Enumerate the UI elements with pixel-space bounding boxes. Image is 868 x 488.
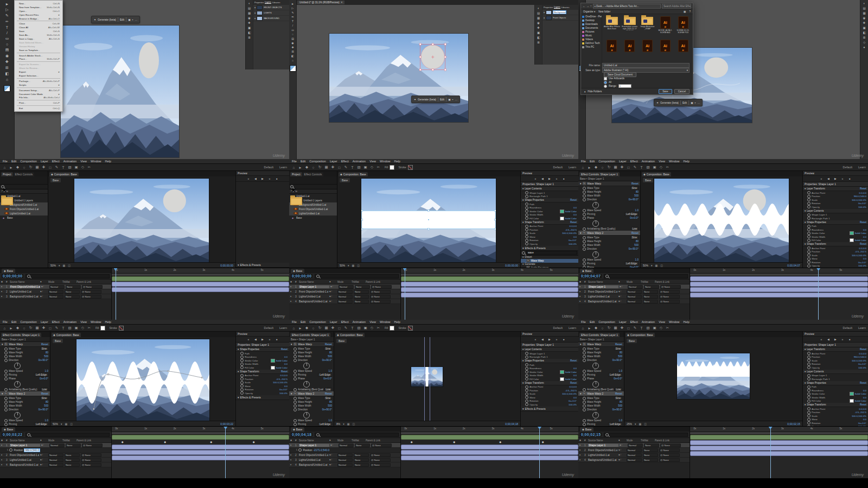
reset-link[interactable]: Reset bbox=[631, 231, 639, 235]
menu-layer[interactable]: Layer bbox=[619, 320, 627, 324]
dock-icon-5[interactable]: ▣ bbox=[863, 26, 865, 29]
parent-link-select[interactable]: @ None bbox=[81, 295, 101, 299]
transport-button-3[interactable]: » bbox=[554, 338, 559, 341]
property-dropdown[interactable]: Low bbox=[41, 388, 48, 391]
layer-duration-bar[interactable] bbox=[690, 282, 868, 287]
menu-composition[interactable]: Composition bbox=[20, 160, 37, 163]
tool-icon-12[interactable]: ◇ bbox=[659, 165, 663, 169]
layer-switches[interactable]: ◆ / bbox=[620, 286, 627, 288]
stopwatch-icon[interactable] bbox=[525, 396, 528, 399]
channel-icon[interactable]: ◫ bbox=[644, 422, 647, 426]
tool-icon-5[interactable]: ▦ bbox=[613, 165, 618, 169]
keyframe-icon[interactable]: ◆ bbox=[542, 440, 544, 444]
property-value[interactable]: 80 bbox=[329, 351, 332, 354]
stopwatch-icon[interactable] bbox=[4, 404, 8, 408]
parent-link-select[interactable]: @ None bbox=[82, 443, 103, 447]
prop-value[interactable]: 100.0% bbox=[858, 264, 866, 267]
property-value[interactable]: 80 bbox=[636, 240, 639, 243]
sidebar-item[interactable]: Downloads bbox=[581, 22, 602, 26]
section-header[interactable]: ▾Layer Contents bbox=[803, 370, 868, 374]
tool-icon-3[interactable]: ○ bbox=[22, 326, 27, 330]
menu-edit[interactable]: Edit bbox=[301, 160, 305, 163]
angle-dial[interactable] bbox=[303, 412, 310, 419]
stopwatch-icon[interactable] bbox=[525, 403, 528, 406]
menu-effect[interactable]: Effect bbox=[630, 320, 638, 324]
tab-properties[interactable]: Properties bbox=[254, 2, 264, 4]
stopwatch-icon[interactable] bbox=[525, 363, 528, 366]
tool-icon-6[interactable]: ✚ bbox=[330, 165, 335, 169]
visibility-toggle[interactable]: ● bbox=[1, 286, 5, 288]
tool-icon-10[interactable]: ▧ bbox=[356, 326, 361, 330]
property-value[interactable]: 1.0 bbox=[45, 419, 48, 422]
reset-link[interactable]: Reset bbox=[281, 348, 288, 351]
stopwatch-icon[interactable] bbox=[583, 351, 586, 354]
prop-value[interactable]: -0.5,-202.5 bbox=[276, 378, 288, 381]
ai-tool-icon-12[interactable]: ◧ bbox=[291, 54, 294, 58]
menu-animation[interactable]: Animation bbox=[642, 160, 655, 163]
tool-icon-3[interactable]: ○ bbox=[600, 326, 605, 330]
stopwatch-icon[interactable] bbox=[583, 258, 586, 262]
menu-file[interactable]: File bbox=[581, 160, 586, 163]
transport-button-3[interactable]: » bbox=[840, 338, 845, 341]
stopwatch-icon[interactable] bbox=[525, 239, 528, 242]
tool-icon-0[interactable]: ⌂ bbox=[2, 326, 7, 330]
ai-tool-icon-0[interactable]: ► bbox=[5, 2, 9, 6]
trkmat-select[interactable]: None bbox=[65, 453, 80, 457]
layer-switches[interactable]: ◆ / bbox=[618, 300, 626, 302]
parent-link-select[interactable]: @ None bbox=[371, 285, 392, 289]
stopwatch-icon[interactable] bbox=[240, 363, 244, 366]
prop-value[interactable]: Solid Color bbox=[855, 392, 866, 395]
stopwatch-icon[interactable] bbox=[525, 225, 528, 228]
trkmat-select[interactable]: None bbox=[354, 458, 369, 462]
prop-value[interactable]: 0x+0.0° bbox=[858, 363, 866, 365]
menu-help[interactable]: Help bbox=[394, 160, 400, 163]
menu-file[interactable]: File bbox=[292, 160, 297, 163]
current-time-display[interactable]: 0;00;00;00 bbox=[2, 274, 23, 278]
grid-options-icon[interactable]: ▦ bbox=[655, 264, 658, 267]
comp-mini-flowchart-button[interactable]: Base bbox=[627, 339, 637, 343]
keyframe-icon[interactable]: ◆ bbox=[411, 440, 413, 444]
layer-row[interactable]: ●1Shape Layer 1◆ /NormalNone@ None bbox=[578, 443, 690, 448]
fill-swatch[interactable] bbox=[390, 326, 394, 331]
menu-edit[interactable]: Edit bbox=[301, 320, 305, 324]
zoom-level[interactable]: 50% bbox=[53, 422, 58, 426]
blend-mode-select[interactable]: Normal bbox=[337, 290, 353, 294]
stopwatch-icon[interactable] bbox=[293, 397, 297, 400]
ai-tool-icon-13[interactable]: ⌂ bbox=[292, 59, 293, 62]
layer-name[interactable]: Lights/Untitled-1.ai bbox=[588, 295, 617, 298]
stopwatch-icon[interactable] bbox=[583, 198, 586, 201]
ai-tool-icon-1[interactable]: ▷ bbox=[5, 8, 8, 12]
stopwatch-icon[interactable] bbox=[807, 239, 810, 242]
trkmat-select[interactable]: None bbox=[644, 443, 659, 447]
prop-value[interactable]: 100.0% bbox=[569, 403, 577, 406]
forward-icon[interactable]: → bbox=[586, 4, 589, 8]
viewer-timecode[interactable]: 0;00;02;15 bbox=[787, 422, 800, 426]
menu-file[interactable]: File bbox=[581, 320, 586, 324]
stopwatch-icon[interactable] bbox=[525, 213, 528, 217]
stopwatch-icon[interactable] bbox=[525, 206, 528, 210]
layer-name[interactable]: BACKGROUND bbox=[264, 17, 279, 20]
layer-duration-bar[interactable] bbox=[401, 293, 578, 297]
tab-composition[interactable]: ◈Composition: Base bbox=[49, 172, 79, 176]
angle-dial[interactable] bbox=[14, 381, 21, 388]
parent-link-select[interactable]: @ None bbox=[370, 290, 391, 294]
tool-icon-4[interactable]: ↻ bbox=[607, 165, 611, 169]
sidebar-item[interactable]: Music bbox=[581, 34, 602, 37]
section-header[interactable]: ▾Layer TransformReset bbox=[803, 347, 868, 352]
property-dropdown[interactable]: Left Edge bbox=[608, 422, 622, 426]
ai-tool-icon-3[interactable]: ✏ bbox=[291, 15, 293, 18]
property-value[interactable]: 0x+0.0° bbox=[630, 217, 639, 219]
tool-icon-5[interactable]: ▦ bbox=[35, 326, 40, 330]
layer-name[interactable]: Background/Untitled-1.ai bbox=[10, 464, 39, 466]
effect-property[interactable]: Antialiasing (Best Quality)Low bbox=[289, 388, 334, 391]
blend-mode-select[interactable]: Normal bbox=[48, 295, 63, 299]
dock-icon-5[interactable]: ▣ bbox=[537, 31, 540, 34]
layer-row[interactable]: ●4Background/Untitled-1.ai◆ /NormalNone@… bbox=[578, 458, 690, 462]
layer-duration-bar[interactable] bbox=[690, 446, 868, 451]
menu-layer[interactable]: Layer bbox=[330, 320, 337, 324]
stopwatch-icon[interactable] bbox=[525, 228, 528, 231]
effect-property[interactable]: Wave TypeSine bbox=[289, 396, 334, 400]
visibility-toggle[interactable]: ● bbox=[579, 295, 583, 297]
blend-mode-select[interactable]: Normal bbox=[337, 453, 353, 457]
layer-duration-bar[interactable] bbox=[112, 450, 289, 455]
